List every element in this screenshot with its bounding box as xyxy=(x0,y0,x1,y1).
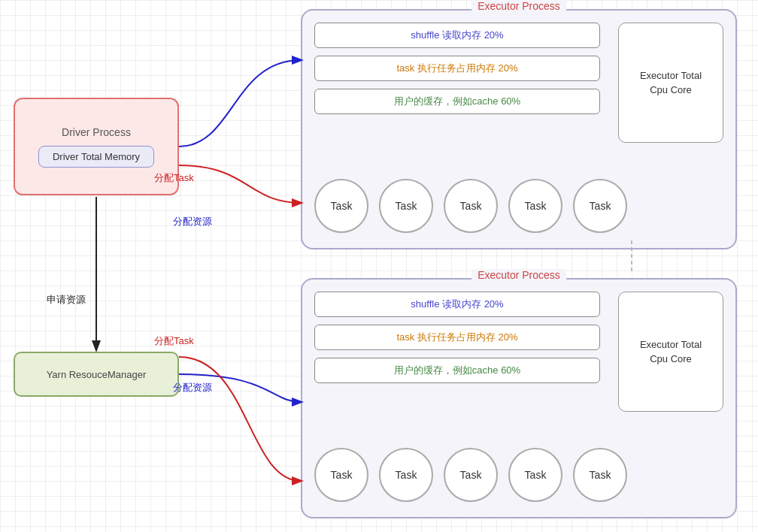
cpu-core-bottom: Executor Total Cpu Core xyxy=(618,292,723,412)
task-4-bottom: Task xyxy=(508,448,562,502)
task-4-top: Task xyxy=(508,179,562,233)
tasks-row-top: Task Task Task Task Task xyxy=(314,179,724,233)
fenpei-task-top-label: 分配Task xyxy=(154,171,194,185)
task-3-bottom: Task xyxy=(444,448,498,502)
shuffle-bar-top: shuffle 读取内存 20% xyxy=(314,23,600,48)
task-5-top: Task xyxy=(573,179,627,233)
driver-process-label: Driver Process xyxy=(62,126,131,138)
shuffle-bar-bottom: shuffle 读取内存 20% xyxy=(314,292,600,317)
executor-process-bottom: Executor Process shuffle 读取内存 20% task 执… xyxy=(301,278,737,518)
cache-bar-top: 用户的缓存，例如cache 60% xyxy=(314,89,600,114)
fenpei-task-bottom-label: 分配Task xyxy=(154,334,194,348)
fenpei-ziyuan-bottom-label: 分配资源 xyxy=(173,381,212,394)
tasks-row-bottom: Task Task Task Task Task xyxy=(314,448,724,502)
driver-memory-box: Driver Total Memory xyxy=(38,146,154,168)
executor-bottom-title: Executor Process xyxy=(471,269,566,281)
executor-process-top: Executor Process shuffle 读取内存 20% task 执… xyxy=(301,9,737,249)
fenpei-ziyuan-top-label: 分配资源 xyxy=(173,215,212,228)
diagram: Driver Process Driver Total Memory Yarn … xyxy=(0,0,758,532)
task-bar-bottom: task 执行任务占用内存 20% xyxy=(314,325,600,350)
task-2-top: Task xyxy=(379,179,433,233)
task-1-bottom: Task xyxy=(314,448,368,502)
cache-bar-bottom: 用户的缓存，例如cache 60% xyxy=(314,358,600,383)
task-3-top: Task xyxy=(444,179,498,233)
task-1-top: Task xyxy=(314,179,368,233)
memory-bars-bottom: shuffle 读取内存 20% task 执行任务占用内存 20% 用户的缓存… xyxy=(314,292,600,383)
task-5-bottom: Task xyxy=(573,448,627,502)
task-2-bottom: Task xyxy=(379,448,433,502)
yarn-box: Yarn ResouceManager xyxy=(14,352,179,397)
cpu-core-top: Executor Total Cpu Core xyxy=(618,23,723,143)
memory-bars-top: shuffle 读取内存 20% task 执行任务占用内存 20% 用户的缓存… xyxy=(314,23,600,114)
executor-top-title: Executor Process xyxy=(471,0,566,12)
task-bar-top: task 执行任务占用内存 20% xyxy=(314,56,600,81)
shenqing-label: 申请资源 xyxy=(47,293,86,307)
